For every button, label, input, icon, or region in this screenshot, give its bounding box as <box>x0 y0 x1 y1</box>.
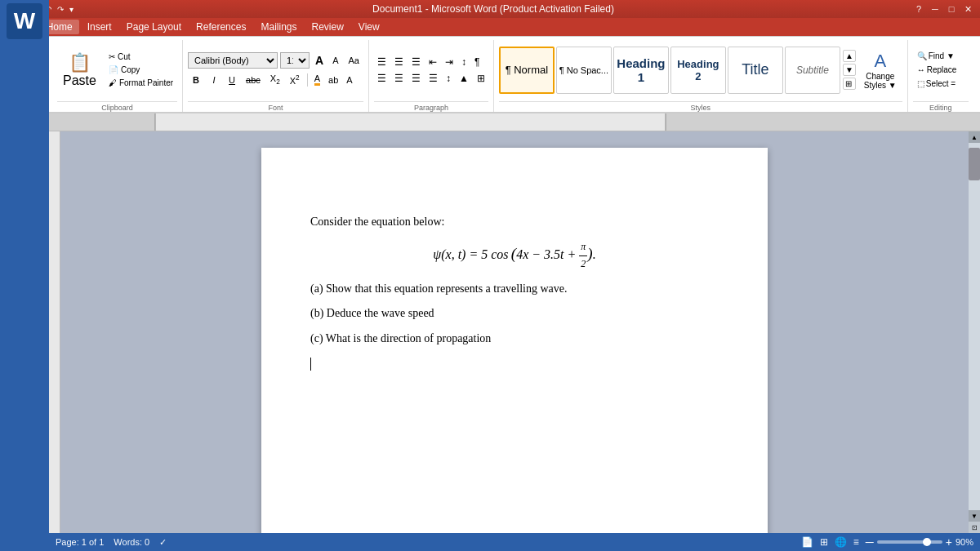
page-layout-menu[interactable]: Page Layout <box>120 20 188 34</box>
style-title[interactable]: Title <box>728 47 783 94</box>
svg-rect-1 <box>49 113 155 131</box>
customize-quick-btn[interactable]: ▾ <box>68 4 75 15</box>
document[interactable]: Consider the equation below: ψ(x, t) = 5… <box>261 148 768 533</box>
style-no-spacing[interactable]: ¶ No Spac... <box>556 47 612 94</box>
select-label: Select = <box>926 79 956 88</box>
paste-label: Paste <box>63 73 96 88</box>
select-button[interactable]: ⬚ Select = <box>913 78 960 90</box>
numbering-button[interactable]: ☰ <box>391 55 407 69</box>
minimize-btn[interactable]: ─ <box>928 2 942 16</box>
scroll-thumb[interactable] <box>969 148 980 180</box>
highlight-button[interactable]: ab <box>325 73 341 87</box>
multilevel-button[interactable]: ☰ <box>408 55 424 69</box>
zoom-minus-btn[interactable]: ─ <box>866 535 874 549</box>
zoom-controls: ─ + 90% <box>866 535 973 549</box>
references-menu[interactable]: References <box>189 20 252 34</box>
style-title-preview: Title <box>742 61 768 78</box>
select-icon: ⬚ <box>917 79 924 88</box>
mailings-menu[interactable]: Mailings <box>254 20 303 34</box>
paste-button[interactable]: 📋 Paste <box>57 50 102 91</box>
part-b: (b) Deduce the wave speed <box>310 304 719 322</box>
find-button[interactable]: 🔍 Find ▼ <box>913 50 959 62</box>
window-title: Document1 - Microsoft Word (Product Acti… <box>75 3 911 15</box>
strikethrough-button[interactable]: abc <box>242 73 265 87</box>
ribbon-content: 📋 Paste ✂ Cut 📄 Copy 🖌 Format Painter <box>49 36 980 113</box>
close-btn[interactable]: ✕ <box>960 2 975 16</box>
line-spacing-button[interactable]: ↕ <box>443 71 454 86</box>
style-heading2[interactable]: Heading 2 <box>670 47 726 94</box>
scroll-up-btn[interactable]: ▲ <box>969 131 980 143</box>
paragraph-content: ☰ ☰ ☰ ⇤ ⇥ ↕ ¶ ☰ ☰ ☰ ☰ ↕ ▲ ⊞ <box>374 40 488 100</box>
bullets-button[interactable]: ☰ <box>374 55 390 69</box>
styles-down-arrow[interactable]: ▼ <box>843 64 856 76</box>
increase-indent-button[interactable]: ⇥ <box>442 55 457 69</box>
review-menu[interactable]: Review <box>305 20 350 34</box>
align-left-button[interactable]: ☰ <box>374 71 390 86</box>
styles-scroll: ▲ ▼ ⊞ <box>843 50 856 90</box>
help-btn[interactable]: ? <box>911 2 926 16</box>
shading-para-button[interactable]: ▲ <box>456 71 472 86</box>
insert-menu[interactable]: Insert <box>81 20 118 34</box>
replace-label: Replace <box>927 65 957 74</box>
cut-button[interactable]: ✂ Cut <box>105 51 177 63</box>
superscript-button[interactable]: X2 <box>286 73 304 87</box>
justify-button[interactable]: ☰ <box>425 71 441 86</box>
format-painter-button[interactable]: 🖌 Format Painter <box>105 77 177 89</box>
style-normal[interactable]: ¶ Normal <box>499 47 555 94</box>
scroll-down-btn[interactable]: ▼ <box>969 510 980 522</box>
right-scrollbar[interactable]: ▲ ▼ ⊡ <box>969 131 980 533</box>
spell-check-icon[interactable]: ✓ <box>159 537 167 548</box>
font-color-button[interactable]: A <box>311 72 323 87</box>
main-area: Consider the equation below: ψ(x, t) = 5… <box>49 113 980 533</box>
change-styles-button[interactable]: A ChangeStyles ▼ <box>858 47 902 94</box>
find-icon: 🔍 <box>917 51 927 60</box>
para-row-2: ☰ ☰ ☰ ☰ ↕ ▲ ⊞ <box>374 71 488 86</box>
copy-icon: 📄 <box>109 65 118 74</box>
view-menu[interactable]: View <box>352 20 386 34</box>
view-fullscreen-btn[interactable]: ⊞ <box>820 536 828 548</box>
title-bar-controls: ? ─ □ ✕ <box>911 2 975 16</box>
subscript-button[interactable]: X2 <box>266 72 284 87</box>
scroll-select-btn[interactable]: ⊡ <box>969 522 980 533</box>
font-family-select[interactable]: Calibri (Body) <box>188 52 278 69</box>
replace-button[interactable]: ↔ Replace <box>913 64 961 76</box>
clear-format-button[interactable]: Aa <box>345 54 363 67</box>
center-button[interactable]: ☰ <box>391 71 407 86</box>
equation-math: ψ(x, t) = 5 cos (4x − 3.5t + π2). <box>433 247 595 261</box>
styles-expand[interactable]: ⊞ <box>843 78 856 90</box>
styles-up-arrow[interactable]: ▲ <box>843 50 856 62</box>
replace-icon: ↔ <box>917 65 925 74</box>
paragraph-label: Paragraph <box>374 101 488 112</box>
left-sidebar: W <box>0 0 49 551</box>
document-container[interactable]: Consider the equation below: ψ(x, t) = 5… <box>60 131 969 533</box>
status-bar: Page: 1 of 1 Words: 0 ✓ 📄 ⊞ 🌐 ≡ ─ + 90% <box>49 533 980 551</box>
document-content: Consider the equation below: ψ(x, t) = 5… <box>310 213 719 372</box>
view-draft-btn[interactable]: ≡ <box>853 536 859 548</box>
sort-button[interactable]: ↕ <box>458 55 470 69</box>
borders-button[interactable]: ⊞ <box>474 71 488 86</box>
decrease-indent-button[interactable]: ⇤ <box>425 55 440 69</box>
view-print-btn[interactable]: 📄 <box>801 536 813 548</box>
copy-button[interactable]: 📄 Copy <box>105 64 177 76</box>
view-web-btn[interactable]: 🌐 <box>835 536 847 548</box>
redo-quick-btn[interactable]: ↷ <box>56 4 65 15</box>
zoom-slider[interactable] <box>877 540 942 544</box>
svg-rect-2 <box>666 113 980 131</box>
bold-button[interactable]: B <box>188 73 204 87</box>
style-heading2-preview: Heading 2 <box>673 58 724 82</box>
show-hide-button[interactable]: ¶ <box>471 55 483 69</box>
zoom-level: 90% <box>956 537 973 547</box>
change-styles-icon: A <box>874 51 886 72</box>
align-right-button[interactable]: ☰ <box>408 71 424 86</box>
zoom-plus-btn[interactable]: + <box>946 535 952 549</box>
style-heading1[interactable]: Heading 1 <box>613 47 669 94</box>
shrink-font-button[interactable]: A <box>329 54 341 67</box>
font-size-select[interactable]: 11 <box>280 52 310 69</box>
grow-font-button[interactable]: A <box>312 52 327 69</box>
cut-label: Cut <box>118 52 131 61</box>
shading-button[interactable]: A <box>343 73 355 87</box>
style-subtitle[interactable]: Subtitle <box>785 47 840 94</box>
restore-btn[interactable]: □ <box>944 2 959 16</box>
underline-button[interactable]: U <box>224 73 240 87</box>
italic-button[interactable]: I <box>206 73 222 87</box>
